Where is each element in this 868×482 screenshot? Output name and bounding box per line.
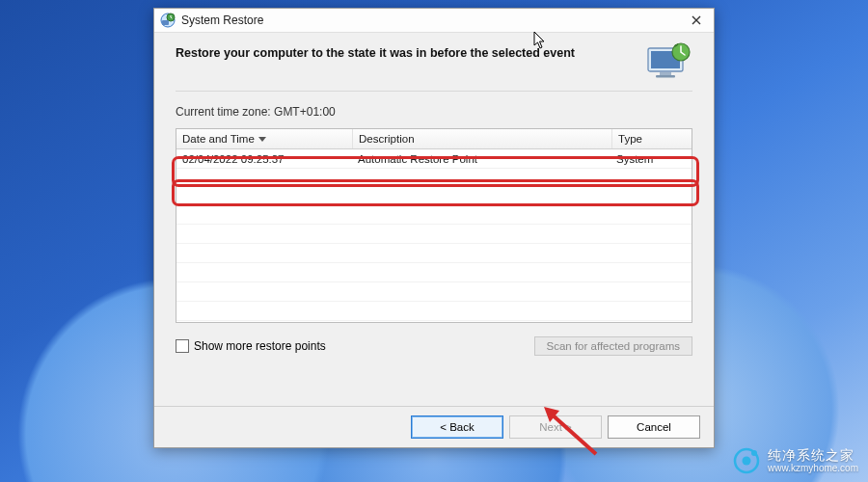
system-restore-window: System Restore Restore your computer to … xyxy=(153,8,715,448)
below-table-row: Show more restore points Scan for affect… xyxy=(176,336,692,356)
window-title: System Restore xyxy=(181,13,263,27)
column-header-type[interactable]: Type xyxy=(612,129,692,148)
close-button[interactable] xyxy=(685,11,708,30)
restore-points-table[interactable]: Date and Time Description Type 02/04/202… xyxy=(176,128,692,323)
cell-datetime: 02/04/2022 09:25:37 xyxy=(176,153,352,165)
restore-monitor-icon xyxy=(646,42,692,81)
sort-desc-icon xyxy=(258,137,266,142)
cell-description: Automatic Restore Point xyxy=(352,153,610,165)
checkbox-label: Show more restore points xyxy=(194,339,326,353)
column-header-description[interactable]: Description xyxy=(353,129,612,148)
svg-rect-5 xyxy=(660,72,671,75)
column-label: Type xyxy=(618,133,642,145)
svg-rect-6 xyxy=(656,75,675,78)
wizard-header: Restore your computer to the state it wa… xyxy=(154,33,714,67)
show-more-checkbox[interactable]: Show more restore points xyxy=(176,339,326,353)
column-label: Description xyxy=(359,133,415,145)
column-header-datetime[interactable]: Date and Time xyxy=(176,129,353,148)
timezone-label: Current time zone: GMT+01:00 xyxy=(176,105,692,119)
back-button[interactable]: < Back xyxy=(411,415,503,439)
scan-affected-button[interactable]: Scan for affected programs xyxy=(534,336,693,356)
wizard-heading: Restore your computer to the state it wa… xyxy=(176,46,692,60)
system-restore-icon xyxy=(160,13,176,28)
column-label: Date and Time xyxy=(182,133,255,145)
watermark-logo-icon xyxy=(733,447,760,474)
table-row[interactable]: 02/04/2022 09:25:37 Automatic Restore Po… xyxy=(176,149,692,169)
cancel-button[interactable]: Cancel xyxy=(608,415,700,439)
empty-rows xyxy=(176,167,692,322)
svg-rect-2 xyxy=(162,20,169,25)
watermark-text-cn: 纯净系统之家 xyxy=(768,447,858,463)
desktop-background: System Restore Restore your computer to … xyxy=(0,0,868,482)
watermark: 纯净系统之家 www.kzmyhome.com xyxy=(733,447,858,474)
close-icon xyxy=(692,15,701,25)
wizard-footer: < Back Next > Cancel xyxy=(154,406,714,447)
next-button[interactable]: Next > xyxy=(509,415,602,439)
svg-point-9 xyxy=(743,457,751,466)
watermark-text-url: www.kzmyhome.com xyxy=(768,463,858,474)
cell-type: System xyxy=(610,153,692,165)
checkbox-box xyxy=(176,339,189,353)
table-header: Date and Time Description Type xyxy=(176,129,692,149)
content-area: Current time zone: GMT+01:00 Date and Ti… xyxy=(154,92,714,356)
svg-point-10 xyxy=(751,450,757,456)
titlebar: System Restore xyxy=(154,9,714,33)
